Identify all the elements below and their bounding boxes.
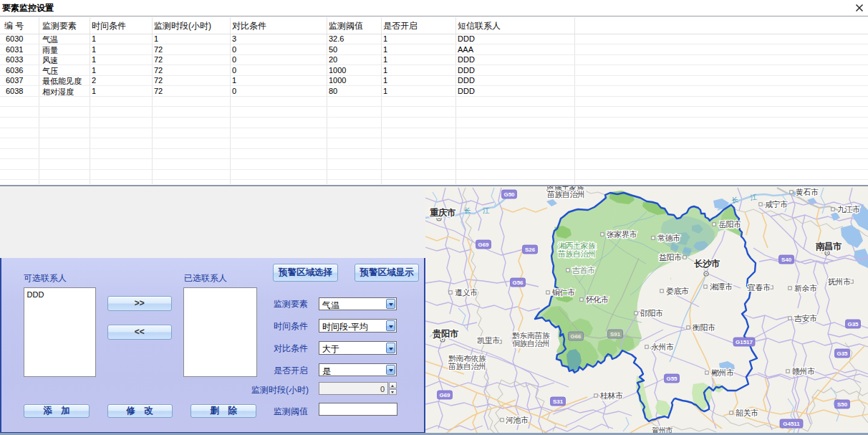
svg-text:湘潭市: 湘潭市	[710, 282, 733, 291]
svg-text:G69: G69	[478, 242, 489, 248]
svg-text:衡阳市: 衡阳市	[692, 323, 715, 332]
svg-text:益阳市: 益阳市	[659, 253, 682, 262]
svg-text:G56: G56	[512, 279, 524, 286]
svg-text:赣州市: 赣州市	[792, 367, 815, 376]
svg-text:长沙市: 长沙市	[694, 259, 720, 269]
svg-text:G66: G66	[570, 333, 582, 340]
svg-text:岳阳市: 岳阳市	[718, 220, 741, 229]
svg-text:韶关市: 韶关市	[736, 408, 758, 417]
svg-text:长 江: 长 江	[464, 206, 495, 214]
svg-text:河池市: 河池市	[506, 416, 529, 424]
svg-text:新余市: 新余市	[794, 284, 817, 292]
svg-text:S91: S91	[610, 331, 621, 338]
svg-text:桂林市: 桂林市	[599, 391, 623, 400]
svg-text:苗族自治州: 苗族自治州	[546, 190, 585, 199]
svg-text:永州市: 永州市	[651, 343, 674, 351]
svg-text:G35: G35	[847, 321, 859, 328]
svg-text:咸宁市: 咸宁市	[765, 200, 788, 209]
svg-text:苗族自治州: 苗族自治州	[557, 249, 596, 258]
svg-text:邵阳市: 邵阳市	[640, 309, 663, 317]
svg-text:遵义市: 遵义市	[455, 288, 478, 297]
svg-text:G35: G35	[836, 350, 848, 357]
svg-text:吉首市: 吉首市	[572, 266, 595, 274]
svg-text:张家界市: 张家界市	[607, 230, 637, 239]
svg-text:吉安市: 吉安市	[794, 314, 817, 322]
svg-text:娄底市: 娄底市	[666, 287, 689, 295]
svg-text:常德市: 常德市	[657, 234, 680, 242]
svg-text:怀化市: 怀化市	[585, 295, 609, 304]
svg-text:贵阳市: 贵阳市	[432, 329, 459, 339]
svg-text:九江市: 九江市	[837, 205, 860, 214]
svg-text:賀州市: 賀州市	[652, 426, 673, 433]
svg-text:G50: G50	[503, 191, 515, 198]
svg-text:铜仁市: 铜仁市	[552, 288, 575, 297]
svg-text:黄石市: 黄石市	[796, 188, 819, 196]
svg-text:G1517: G1517	[736, 339, 753, 345]
svg-text:苗族自治州: 苗族自治州	[448, 362, 486, 371]
svg-text:S40: S40	[781, 257, 792, 263]
svg-text:G69: G69	[439, 392, 450, 398]
svg-text:S31: S31	[553, 398, 564, 405]
svg-text:抚州市: 抚州市	[827, 277, 851, 286]
svg-text:南昌市: 南昌市	[815, 242, 842, 252]
svg-text:凯里市: 凯里市	[477, 336, 500, 345]
svg-text:S26: S26	[525, 247, 536, 253]
svg-text:重庆市: 重庆市	[430, 208, 456, 218]
svg-text:郴州市: 郴州市	[711, 368, 734, 377]
svg-text:G4511: G4511	[783, 421, 800, 427]
svg-text:G55: G55	[666, 376, 677, 382]
svg-text:S50: S50	[837, 401, 848, 408]
svg-text:宜春市: 宜春市	[748, 283, 771, 292]
svg-text:侗族自治州: 侗族自治州	[512, 339, 550, 348]
